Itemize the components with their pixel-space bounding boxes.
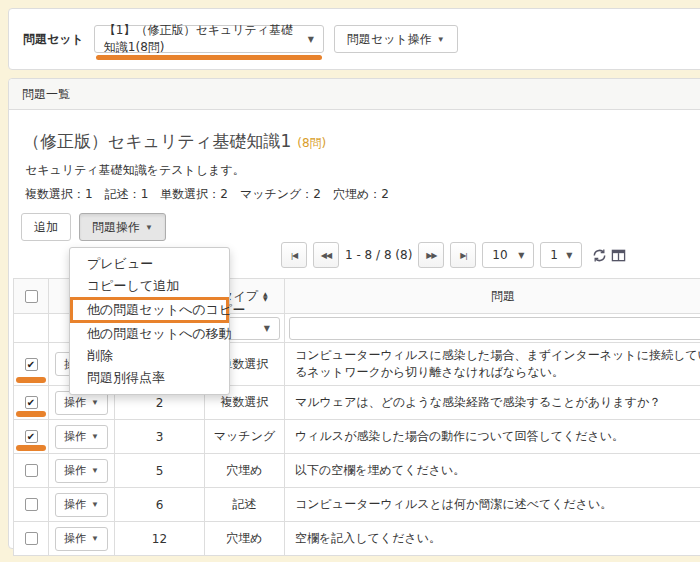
table-row: 操作 ▼ 12 穴埋め 空欄を記入してください。 — [14, 521, 700, 555]
row-id: 6 — [114, 488, 204, 521]
table-row: 操作 ▼ 5 穴埋め 以下の空欄を埋めてください。 — [14, 453, 700, 487]
menu-item-preview[interactable]: プレビュー — [70, 253, 229, 275]
checked-marker — [16, 411, 46, 417]
question-count-badge: (8問) — [297, 136, 326, 150]
checked-marker — [16, 377, 46, 383]
toolbar: 追加 問題操作 ▼ — [21, 213, 700, 241]
row-action-button[interactable]: 操作 ▼ — [55, 459, 108, 483]
chevron-down-icon: ▼ — [91, 398, 99, 407]
row-checkbox[interactable] — [25, 532, 38, 545]
row-type: 穴埋め — [204, 454, 284, 487]
select-all-checkbox[interactable] — [25, 290, 38, 303]
row-checkbox[interactable] — [25, 498, 38, 511]
row-checkbox[interactable]: ✔ — [25, 430, 38, 443]
panel-title: 問題一覧 — [9, 79, 700, 110]
menu-item-score-rate[interactable]: 問題別得点率 — [70, 367, 229, 389]
question-set-operations-button[interactable]: 問題セット操作 ▼ — [334, 25, 458, 53]
question-type-summary: 複数選択：1 記述：1 単数選択：2 マッチング：2 穴埋め：2 — [25, 186, 700, 203]
columns-toggle-icon[interactable] — [611, 248, 626, 263]
row-id: 12 — [114, 522, 204, 555]
chevron-down-icon: ▼ — [518, 251, 524, 260]
question-set-select-value: 【1】（修正版）セキュリティ基礎知識1(8問) — [104, 22, 300, 56]
menu-item-move-to-other-set[interactable]: 他の問題セットへの移動 — [70, 323, 229, 345]
first-page-button[interactable]: |◀ — [281, 242, 307, 268]
last-page-button[interactable]: ▶| — [450, 242, 476, 268]
row-id: 3 — [114, 420, 204, 453]
chevron-down-icon: ▼ — [91, 432, 99, 441]
chevron-down-icon: ▼ — [145, 223, 153, 232]
question-list-panel: 問題一覧 （修正版）セキュリティ基礎知識1(8問) セキュリティ基礎知識をテスト… — [8, 78, 700, 549]
row-type: マッチング — [204, 420, 284, 453]
table-row: 操作 ▼ 6 記述 コンピューターウィルスとは何か簡潔に述べてください。 — [14, 487, 700, 521]
row-type: 記述 — [204, 488, 284, 521]
question-set-bar: 問題セット 【1】（修正版）セキュリティ基礎知識1(8問) ▼ 問題セット操作 … — [8, 8, 700, 70]
chevron-down-icon: ▼ — [91, 534, 99, 543]
menu-item-delete[interactable]: 削除 — [70, 345, 229, 367]
row-action-button[interactable]: 操作 ▼ — [55, 425, 108, 449]
selection-underline — [96, 55, 322, 60]
chevron-down-icon: ▼ — [91, 466, 99, 475]
row-action-button[interactable]: 操作 ▼ — [55, 527, 108, 551]
row-question: 以下の空欄を埋めてください。 — [284, 454, 700, 487]
row-question: ウィルスが感染した場合の動作について回答してください。 — [284, 420, 700, 453]
previous-page-button[interactable]: ◀◀ — [313, 242, 339, 268]
header-question: 問題 — [284, 279, 700, 313]
row-type: 穴埋め — [204, 522, 284, 555]
chevron-down-icon: ▼ — [308, 35, 314, 44]
row-checkbox[interactable]: ✔ — [25, 358, 38, 371]
page-number-select[interactable]: 1 ▼ — [540, 242, 582, 268]
row-question: 空欄を記入してください。 — [284, 522, 700, 555]
row-question: マルウェアは、どのような感染経路で感染することがありますか？ — [284, 386, 700, 419]
question-filter-input[interactable] — [289, 317, 700, 340]
page-size-select[interactable]: 10 ▼ — [482, 242, 534, 268]
row-checkbox[interactable] — [25, 464, 38, 477]
checked-marker — [16, 445, 46, 451]
row-checkbox[interactable]: ✔ — [25, 396, 38, 409]
question-operations-menu: プレビュー コピーして追加 他の問題セットへのコピー 他の問題セットへの移動 削… — [69, 247, 230, 395]
question-set-description: セキュリティ基礎知識をテストします。 — [25, 162, 700, 179]
question-operations-button[interactable]: 問題操作 ▼ — [79, 213, 166, 241]
menu-item-copy-add[interactable]: コピーして追加 — [70, 275, 229, 297]
row-question: コンピューターウィルスに感染した場合、まずインターネットに接続しているネットワー… — [284, 343, 700, 385]
question-set-title: （修正版）セキュリティ基礎知識1(8問) — [23, 130, 700, 153]
pagination-range: 1 - 8 / 8 (8) — [345, 248, 412, 262]
chevron-down-icon: ▼ — [437, 35, 445, 44]
question-set-select[interactable]: 【1】（修正版）セキュリティ基礎知識1(8問) ▼ — [94, 25, 324, 53]
row-question: コンピューターウィルスとは何か簡潔に述べてください。 — [284, 488, 700, 521]
row-id: 5 — [114, 454, 204, 487]
question-set-label: 問題セット — [23, 31, 84, 48]
chevron-down-icon: ▼ — [264, 324, 270, 333]
pagination: |◀ ◀◀ 1 - 8 / 8 (8) ▶▶ ▶| 10 ▼ 1 ▼ — [281, 242, 626, 268]
sort-icon[interactable]: ▲▼ — [263, 291, 268, 301]
add-question-button[interactable]: 追加 — [21, 213, 71, 241]
menu-item-copy-to-other-set[interactable]: 他の問題セットへのコピー — [70, 297, 229, 323]
next-page-button[interactable]: ▶▶ — [418, 242, 444, 268]
chevron-down-icon: ▼ — [91, 500, 99, 509]
chevron-down-icon: ▼ — [566, 251, 572, 260]
refresh-icon[interactable] — [592, 248, 607, 263]
table-row: ✔ 操作 ▼ 3 マッチング ウィルスが感染した場合の動作について回答してくださ… — [14, 419, 700, 453]
row-action-button[interactable]: 操作 ▼ — [55, 493, 108, 517]
